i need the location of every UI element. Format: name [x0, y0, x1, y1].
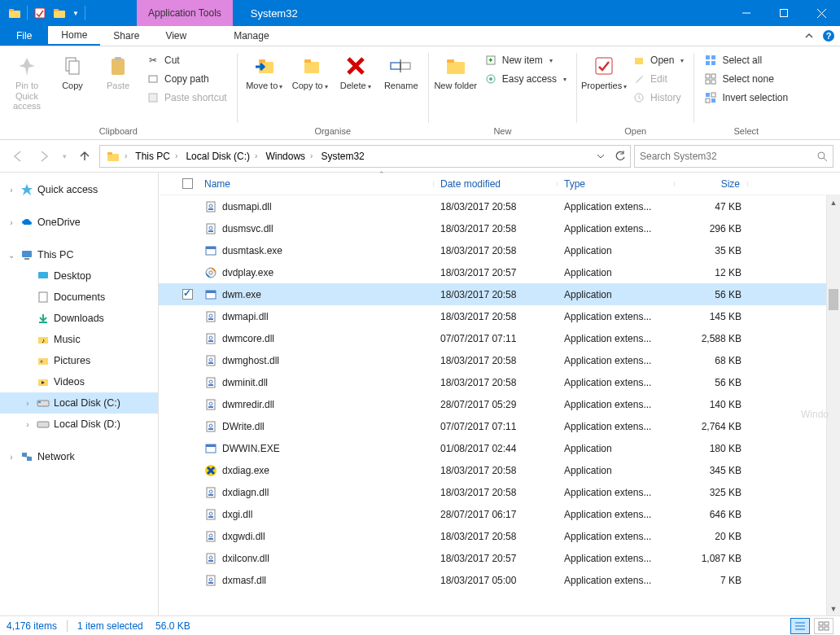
column-check[interactable]: [177, 178, 198, 189]
address-bar[interactable]: › This PC› Local Disk (C:)› Windows› Sys…: [99, 145, 631, 168]
nav-quick-access[interactable]: ›Quick access: [0, 179, 158, 200]
search-box[interactable]: [634, 145, 833, 168]
nav-this-pc[interactable]: ⌄This PC: [0, 244, 158, 265]
up-button[interactable]: [73, 145, 96, 168]
nav-music[interactable]: ♪Music: [0, 329, 158, 350]
column-type[interactable]: Type: [558, 178, 675, 190]
table-row[interactable]: dwmredir.dll28/07/2017 05:29Application …: [159, 393, 840, 415]
table-row[interactable]: dusmtask.exe18/03/2017 20:58Application3…: [159, 239, 840, 261]
column-name[interactable]: Name⌃: [198, 178, 434, 190]
new-item-button[interactable]: ✦New item▾: [479, 51, 571, 69]
nav-local-disk-c[interactable]: ›Local Disk (C:): [0, 392, 158, 414]
nav-onedrive[interactable]: ›OneDrive: [0, 212, 158, 233]
refresh-button[interactable]: [610, 146, 630, 167]
table-row[interactable]: dwminit.dll18/03/2017 20:58Application e…: [159, 371, 840, 393]
table-row[interactable]: dwmghost.dll18/03/2017 20:58Application …: [159, 349, 840, 371]
properties-button[interactable]: Properties▾: [582, 50, 626, 91]
navigation-pane: ›Quick access ›OneDrive ⌄This PC Desktop…: [0, 173, 159, 615]
select-none-button[interactable]: Select none: [699, 70, 793, 88]
copy-button[interactable]: Copy: [50, 50, 94, 91]
nav-desktop[interactable]: Desktop: [0, 265, 158, 287]
qat-new-folder-icon[interactable]: [50, 0, 69, 26]
breadcrumb-windows[interactable]: Windows›: [262, 146, 317, 167]
maximize-button[interactable]: [765, 0, 803, 26]
svg-rect-36: [711, 55, 715, 59]
table-row[interactable]: dxilconv.dll18/03/2017 20:57Application …: [159, 547, 840, 569]
move-to-button[interactable]: Move to▾: [243, 50, 287, 91]
pin-to-quick-access-button[interactable]: Pin to Quick access: [5, 50, 49, 112]
collapse-ribbon-button[interactable]: [801, 26, 817, 46]
back-button[interactable]: [7, 145, 29, 168]
table-row[interactable]: DWrite.dll07/07/2017 07:11Application ex…: [159, 415, 840, 437]
svg-point-31: [489, 77, 492, 81]
table-row[interactable]: dwmcore.dll07/07/2017 07:11Application e…: [159, 327, 840, 349]
help-button[interactable]: ?: [817, 26, 840, 46]
qat-properties-icon[interactable]: [30, 0, 50, 26]
breadcrumb-system32[interactable]: System32: [317, 146, 367, 167]
tab-file[interactable]: File: [0, 26, 48, 46]
copy-path-button[interactable]: Copy path: [142, 70, 232, 88]
open-button[interactable]: Open▾: [628, 51, 689, 69]
nav-local-disk-d[interactable]: ›Local Disk (D:): [0, 414, 158, 435]
table-row[interactable]: dusmapi.dll18/03/2017 20:58Application e…: [159, 195, 840, 217]
details-view-button[interactable]: [790, 618, 810, 634]
history-button[interactable]: History: [628, 89, 689, 107]
rename-button[interactable]: Rename: [379, 50, 423, 91]
table-row[interactable]: dxmasf.dll18/03/2017 05:00Application ex…: [159, 569, 840, 591]
large-icons-view-button[interactable]: [814, 618, 833, 634]
nav-network[interactable]: ›Network: [0, 446, 158, 467]
copy-to-button[interactable]: Copy to▾: [288, 50, 332, 91]
nav-pictures[interactable]: Pictures: [0, 350, 158, 371]
invert-selection-button[interactable]: Invert selection: [699, 89, 793, 107]
table-row[interactable]: dusmsvc.dll18/03/2017 20:58Application e…: [159, 217, 840, 239]
address-dropdown-button[interactable]: [591, 146, 610, 167]
table-row[interactable]: dwm.exe18/03/2017 20:58Application56 KB: [159, 283, 840, 305]
nav-downloads[interactable]: Downloads: [0, 308, 158, 329]
forward-button[interactable]: [33, 145, 55, 168]
file-type: Application extens...: [558, 575, 675, 586]
breadcrumb-this-pc[interactable]: This PC›: [132, 146, 182, 167]
table-row[interactable]: dvdplay.exe18/03/2017 20:57Application12…: [159, 261, 840, 283]
file-type: Application extens...: [558, 421, 675, 432]
tab-manage[interactable]: Manage: [221, 26, 282, 46]
delete-button[interactable]: Delete▾: [334, 50, 378, 91]
scroll-up-button[interactable]: ▲: [827, 195, 840, 209]
row-checkbox[interactable]: [182, 289, 193, 300]
table-row[interactable]: dxdiagn.dll18/03/2017 20:58Application e…: [159, 481, 840, 503]
table-row[interactable]: dxgi.dll28/07/2017 06:17Application exte…: [159, 503, 840, 525]
svg-rect-27: [447, 59, 454, 63]
qat-folder-icon[interactable]: [5, 0, 24, 26]
paste-button[interactable]: Paste: [96, 50, 140, 91]
table-row[interactable]: DWWIN.EXE01/08/2017 02:44Application180 …: [159, 437, 840, 459]
scroll-thumb[interactable]: [829, 289, 838, 310]
search-input[interactable]: [640, 151, 816, 162]
minimize-button[interactable]: [728, 0, 765, 26]
svg-rect-0: [9, 11, 20, 18]
column-date-modified[interactable]: Date modified: [434, 178, 558, 190]
pc-icon: [20, 247, 34, 262]
select-all-button[interactable]: Select all: [699, 51, 793, 69]
table-row[interactable]: dxgwdi.dll18/03/2017 20:58Application ex…: [159, 525, 840, 547]
nav-videos[interactable]: Videos: [0, 371, 158, 392]
cut-button[interactable]: ✂Cut: [142, 51, 232, 69]
nav-documents[interactable]: Documents: [0, 287, 158, 308]
tab-home[interactable]: Home: [48, 26, 100, 46]
scroll-down-button[interactable]: ▼: [827, 602, 840, 615]
scrollbar-vertical[interactable]: ▲ ▼: [826, 195, 840, 615]
breadcrumb-root-icon[interactable]: ›: [103, 146, 132, 167]
edit-button[interactable]: Edit: [628, 70, 689, 88]
file-type: Application extens...: [558, 509, 675, 520]
tab-view[interactable]: View: [152, 26, 199, 46]
copy-to-icon: [297, 53, 323, 79]
breadcrumb-local-disk-c[interactable]: Local Disk (C:)›: [182, 146, 262, 167]
paste-shortcut-button[interactable]: Paste shortcut: [142, 89, 232, 107]
close-button[interactable]: [803, 0, 840, 26]
table-row[interactable]: dwmapi.dll18/03/2017 20:58Application ex…: [159, 305, 840, 327]
qat-customize-dropdown[interactable]: ▼: [69, 0, 82, 26]
table-row[interactable]: dxdiag.exe18/03/2017 20:58Application345…: [159, 459, 840, 481]
recent-locations-button[interactable]: ▾: [59, 152, 70, 160]
column-size[interactable]: Size: [675, 178, 748, 190]
new-folder-button[interactable]: New folder: [434, 50, 478, 91]
easy-access-button[interactable]: Easy access▾: [479, 70, 571, 88]
tab-share[interactable]: Share: [100, 26, 152, 46]
